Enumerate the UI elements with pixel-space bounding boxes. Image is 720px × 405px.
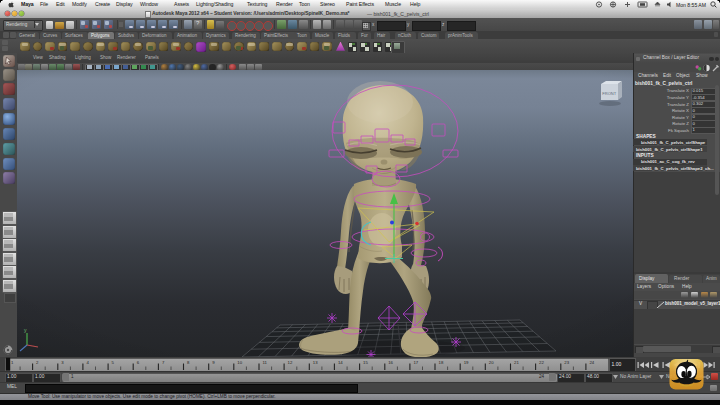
svg-text:21: 21	[514, 360, 519, 365]
svg-text:14: 14	[338, 360, 343, 365]
svg-text:2: 2	[36, 360, 39, 365]
svg-text:7: 7	[162, 360, 165, 365]
svg-text:4: 4	[86, 360, 89, 365]
svg-text:23: 23	[564, 360, 569, 365]
svg-text:9: 9	[212, 360, 215, 365]
svg-text:8: 8	[187, 360, 190, 365]
svg-text:18: 18	[439, 360, 444, 365]
svg-text:17: 17	[413, 360, 418, 365]
svg-text:3: 3	[61, 360, 64, 365]
svg-text:19: 19	[464, 360, 469, 365]
svg-text:20: 20	[489, 360, 494, 365]
svg-text:11: 11	[263, 360, 268, 365]
svg-text:16: 16	[388, 360, 393, 365]
svg-text:12: 12	[288, 360, 293, 365]
svg-text:24: 24	[589, 360, 594, 365]
svg-text:1: 1	[11, 360, 14, 365]
svg-text:15: 15	[363, 360, 368, 365]
svg-text:6: 6	[137, 360, 140, 365]
svg-text:10: 10	[237, 360, 242, 365]
svg-text:22: 22	[539, 360, 544, 365]
svg-text:13: 13	[313, 360, 318, 365]
svg-text:5: 5	[112, 360, 115, 365]
